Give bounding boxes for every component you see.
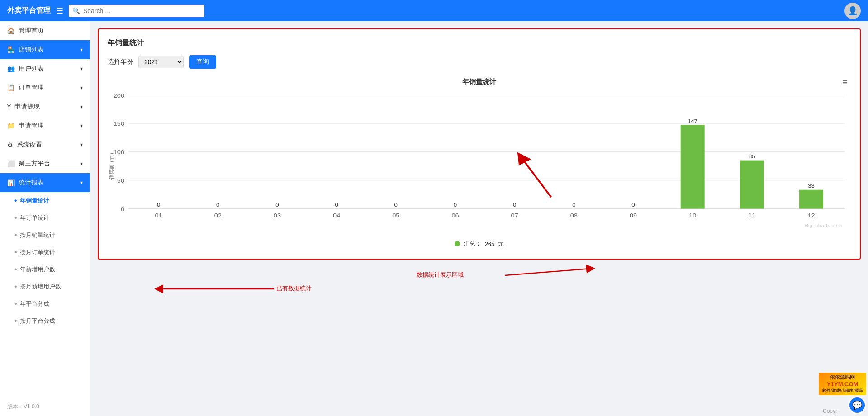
folder-icon: 📁 [7,122,15,129]
sidebar-label-withdraw: 申请提现 [14,103,40,111]
svg-text:已有数据统计: 已有数据统计 [276,285,312,292]
chevron-down-icon-8: ▾ [80,180,83,186]
watermark-area: 依依源码网 Y1YM.COM 软件/游戏/小程序/源码 💬 [817,371,868,416]
svg-text:0: 0 [121,206,124,213]
sidebar-item-apply-mgmt[interactable]: 📁 申请管理 ▾ [0,116,90,135]
chevron-down-icon-4: ▾ [80,104,83,110]
legend-value: 265 [485,241,495,247]
sidebar-label-store-list: 店铺列表 [19,46,44,54]
home-icon: 🏠 [7,27,15,34]
chevron-down-icon: ▾ [80,47,83,53]
sidebar-sub-item-annual-platform-share[interactable]: 年平台分成 [0,295,90,312]
sub-label-annual-sales: 年销量统计 [20,197,49,205]
svg-text:0: 0 [513,202,517,208]
chevron-down-icon-6: ▾ [80,142,83,148]
filter-year-label: 选择年份 [108,58,133,66]
svg-text:11: 11 [748,213,755,219]
svg-text:0: 0 [216,202,220,208]
order-icon: 📋 [7,84,15,91]
svg-text:02: 02 [214,213,222,219]
users-icon: 👥 [7,65,15,72]
sidebar-item-sys-settings[interactable]: ⚙ 系统设置 ▾ [0,135,90,154]
search-icon: 🔍 [72,7,80,14]
svg-text:10: 10 [689,213,696,219]
sidebar-label-third-party: 第三方平台 [19,160,50,168]
svg-text:07: 07 [511,213,518,219]
svg-text:150: 150 [114,121,124,128]
store-icon: 🏪 [7,46,15,53]
sidebar-sub-item-annual-new-users[interactable]: 年新增用户数 [0,261,90,278]
sidebar-item-dashboard[interactable]: 🏠 管理首页 [0,21,90,40]
sidebar-label-order-mgmt: 订单管理 [19,84,44,92]
annotation-area: 已有数据统计 数据统计展示区域 [98,264,861,318]
sidebar-item-third-party[interactable]: ⬜ 第三方平台 ▾ [0,154,90,173]
chevron-down-icon-5: ▾ [80,123,83,129]
svg-rect-38 [681,125,705,208]
svg-text:08: 08 [570,213,578,219]
chart-inner-title: 年销量统计 [108,78,851,86]
svg-text:05: 05 [392,213,399,219]
avatar[interactable]: 👤 [844,3,861,19]
page-title: 年销量统计 [108,38,851,48]
chart-area: 年销量统计 ≡ 200 150 100 50 0 销售额（元） [108,78,851,250]
year-select[interactable]: 2021 2020 2019 2022 [138,56,184,68]
sidebar-item-withdraw[interactable]: ¥ 申请提现 ▾ [0,97,90,116]
svg-line-47 [521,157,551,197]
bar-chart-svg: 200 150 100 50 0 销售额（元） 0 [108,90,851,235]
svg-text:数据统计展示区域: 数据统计展示区域 [417,271,464,278]
sidebar-sub-item-monthly-new-users[interactable]: 按月新增用户数 [0,278,90,295]
sidebar-item-stats[interactable]: 📊 统计报表 ▾ [0,173,90,192]
search-wrapper: 🔍 [69,5,204,17]
sidebar-sub-item-annual-sales[interactable]: 年销量统计 [0,192,90,209]
legend-label: 汇总： [464,240,481,248]
sidebar-sub-item-monthly-sales[interactable]: 按月销量统计 [0,227,90,244]
yuan-icon: ¥ [7,103,11,110]
sidebar-item-store-list[interactable]: 🏪 店铺列表 ▾ [0,40,90,59]
chevron-down-icon-7: ▾ [80,161,83,167]
sidebar-label-sys-settings: 系统设置 [17,141,42,149]
menu-toggle-icon[interactable]: ☰ [56,6,63,16]
app-header: 外卖平台管理 ☰ 🔍 👤 [0,0,868,21]
filter-row: 选择年份 2021 2020 2019 2022 查询 [108,55,851,69]
svg-text:147: 147 [688,118,697,124]
main-layout: 🏠 管理首页 🏪 店铺列表 ▾ 👥 用户列表 ▾ 📋 订单管理 ▾ ¥ 申请提现… [0,21,868,416]
sub-label-monthly-platform-share: 按月平台分成 [20,317,55,325]
sub-label-annual-new-users: 年新增用户数 [20,265,55,274]
sidebar-sub-item-monthly-orders[interactable]: 按月订单统计 [0,244,90,261]
svg-text:0: 0 [335,202,338,208]
sub-label-monthly-sales: 按月销量统计 [20,231,55,239]
sidebar-item-user-list[interactable]: 👥 用户列表 ▾ [0,59,90,78]
svg-text:04: 04 [333,213,341,219]
svg-text:50: 50 [117,178,124,184]
sidebar-label-apply-mgmt: 申请管理 [19,122,44,130]
grid-icon: ⬜ [7,160,15,167]
svg-text:0: 0 [572,202,576,208]
svg-rect-44 [799,190,823,209]
svg-text:0: 0 [275,202,279,208]
watermark-label: 依依源码网 Y1YM.COM 软件/游戏/小程序/源码 [819,373,866,395]
chevron-down-icon-3: ▾ [80,85,83,91]
sub-label-monthly-new-users: 按月新增用户数 [20,283,61,291]
sub-label-annual-orders: 年订单统计 [20,214,49,222]
sidebar-sub-item-annual-orders[interactable]: 年订单统计 [0,209,90,227]
chart-menu-icon[interactable]: ≡ [842,78,847,87]
search-input[interactable] [69,5,204,17]
sidebar-label-dashboard: 管理首页 [19,27,44,35]
gear-icon: ⚙ [7,141,13,148]
svg-text:Highcharts.com: Highcharts.com [804,223,842,228]
app-title: 外卖平台管理 [7,6,51,15]
chat-icon: 💬 [852,400,862,410]
svg-rect-41 [740,161,764,209]
sidebar-item-order-mgmt[interactable]: 📋 订单管理 ▾ [0,78,90,97]
svg-text:09: 09 [630,213,637,219]
svg-text:03: 03 [274,213,281,219]
sidebar-sub-item-monthly-platform-share[interactable]: 按月平台分成 [0,312,90,330]
chart-card: 年销量统计 选择年份 2021 2020 2019 2022 查询 年销量统计 … [98,28,861,260]
svg-line-51 [505,269,591,275]
svg-text:0: 0 [454,202,457,208]
sidebar-label-stats: 统计报表 [19,179,44,187]
query-button[interactable]: 查询 [189,55,216,69]
sidebar: 🏠 管理首页 🏪 店铺列表 ▾ 👥 用户列表 ▾ 📋 订单管理 ▾ ¥ 申请提现… [0,21,90,416]
chat-button[interactable]: 💬 [848,396,866,414]
svg-text:0: 0 [394,202,398,208]
